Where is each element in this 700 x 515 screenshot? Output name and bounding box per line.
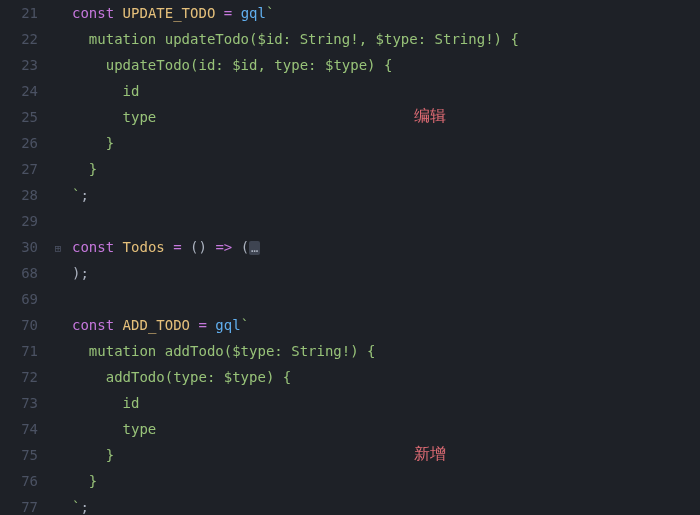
- colon: :: [207, 369, 215, 385]
- line-number: 72: [0, 364, 38, 390]
- gql-type: String!: [291, 343, 350, 359]
- line-number: 69: [0, 286, 38, 312]
- gql-field: id: [123, 395, 140, 411]
- paren: (: [241, 239, 249, 255]
- line-number: 26: [0, 130, 38, 156]
- paren: ): [367, 57, 375, 73]
- brace: }: [106, 135, 114, 151]
- line-number: 27: [0, 156, 38, 182]
- identifier: ADD_TODO: [123, 317, 190, 333]
- gql-arg: id: [198, 57, 215, 73]
- line-number: 23: [0, 52, 38, 78]
- paren: ): [350, 343, 358, 359]
- line-number: 28: [0, 182, 38, 208]
- gql-var: $id: [257, 31, 282, 47]
- code-content[interactable]: const UPDATE_TODO = gql` mutation update…: [66, 0, 700, 515]
- operator: =: [224, 5, 232, 21]
- gql-arg: type: [274, 57, 308, 73]
- colon: :: [418, 31, 426, 47]
- paren: (: [224, 343, 232, 359]
- paren: ): [266, 369, 274, 385]
- gql-arg: type: [173, 369, 207, 385]
- line-number-gutter: 21 22 23 24 25 26 27 28 29 30 68 69 70 7…: [0, 0, 50, 515]
- identifier: UPDATE_TODO: [123, 5, 216, 21]
- gql-field: updateTodo: [106, 57, 190, 73]
- identifier: Todos: [123, 239, 165, 255]
- paren: (: [190, 239, 198, 255]
- gql-keyword: mutation: [89, 343, 156, 359]
- colon: :: [215, 57, 223, 73]
- gql-field: id: [123, 83, 140, 99]
- backtick: `: [266, 5, 274, 21]
- paren: ): [494, 31, 502, 47]
- paren: ): [199, 239, 207, 255]
- line-number: 24: [0, 78, 38, 104]
- gql-field: addTodo: [106, 369, 165, 385]
- keyword-const: const: [72, 317, 114, 333]
- line-number: 73: [0, 390, 38, 416]
- semicolon: ;: [80, 499, 88, 515]
- brace: {: [367, 343, 375, 359]
- fold-expand-icon[interactable]: ⊞: [55, 236, 62, 262]
- tag-fn: gql: [241, 5, 266, 21]
- fold-column: ⊞: [50, 0, 66, 515]
- gql-field: type: [123, 109, 157, 125]
- gql-var: $type: [232, 343, 274, 359]
- gql-type: String!: [435, 31, 494, 47]
- line-number: 68: [0, 260, 38, 286]
- operator: =: [198, 317, 206, 333]
- fold-marker[interactable]: …: [249, 241, 260, 255]
- brace: }: [106, 447, 114, 463]
- line-number: 22: [0, 26, 38, 52]
- operator: =: [173, 239, 181, 255]
- gql-var: $id: [232, 57, 257, 73]
- line-number: 77: [0, 494, 38, 515]
- gql-var: $type: [224, 369, 266, 385]
- gql-var: $type: [325, 57, 367, 73]
- backtick: `: [241, 317, 249, 333]
- gql-name: updateTodo: [165, 31, 249, 47]
- keyword-const: const: [72, 5, 114, 21]
- brace: {: [283, 369, 291, 385]
- paren: (: [165, 369, 173, 385]
- gql-field: type: [123, 421, 157, 437]
- line-number: 71: [0, 338, 38, 364]
- line-number: 70: [0, 312, 38, 338]
- arrow: =>: [215, 239, 232, 255]
- line-number: 74: [0, 416, 38, 442]
- colon: :: [274, 343, 282, 359]
- semicolon: ;: [80, 187, 88, 203]
- colon: :: [283, 31, 291, 47]
- gql-name: addTodo: [165, 343, 224, 359]
- comma: ,: [257, 57, 265, 73]
- line-number: 76: [0, 468, 38, 494]
- line-number: 30: [0, 234, 38, 260]
- gql-keyword: mutation: [89, 31, 156, 47]
- comma: ,: [359, 31, 367, 47]
- line-number: 75: [0, 442, 38, 468]
- brace: {: [384, 57, 392, 73]
- colon: :: [308, 57, 316, 73]
- semicolon: ;: [80, 265, 88, 281]
- gql-type: String!: [300, 31, 359, 47]
- code-editor: 21 22 23 24 25 26 27 28 29 30 68 69 70 7…: [0, 0, 700, 515]
- brace: }: [89, 473, 97, 489]
- brace: }: [89, 161, 97, 177]
- keyword-const: const: [72, 239, 114, 255]
- line-number: 29: [0, 208, 38, 234]
- brace: {: [510, 31, 518, 47]
- gql-var: $type: [376, 31, 418, 47]
- line-number: 21: [0, 0, 38, 26]
- line-number: 25: [0, 104, 38, 130]
- tag-fn: gql: [215, 317, 240, 333]
